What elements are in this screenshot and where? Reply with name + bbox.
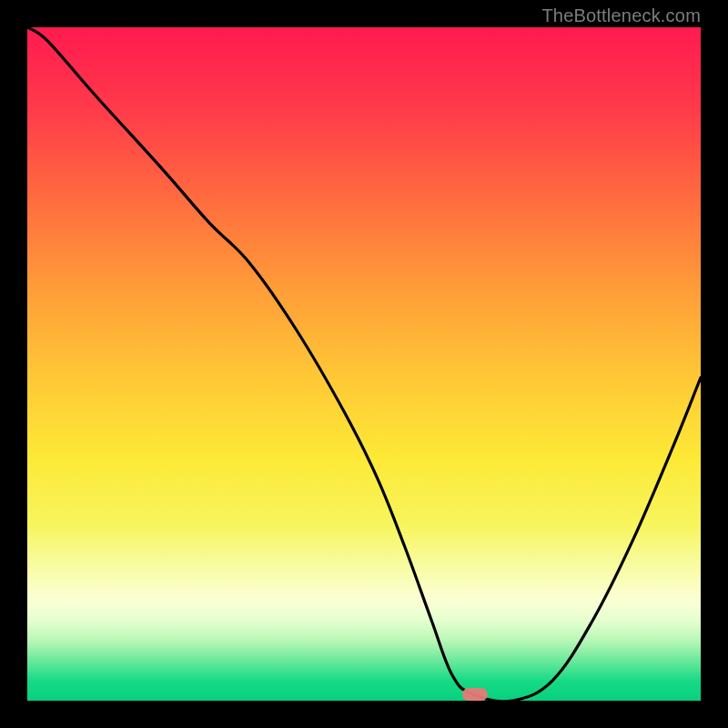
- chart-frame: TheBottleneck.com: [0, 0, 728, 728]
- plot-area: [27, 27, 701, 701]
- curve-svg: [27, 27, 701, 701]
- highlight-marker: [462, 688, 488, 701]
- bottleneck-curve: [27, 27, 701, 702]
- attribution-label: TheBottleneck.com: [541, 5, 701, 26]
